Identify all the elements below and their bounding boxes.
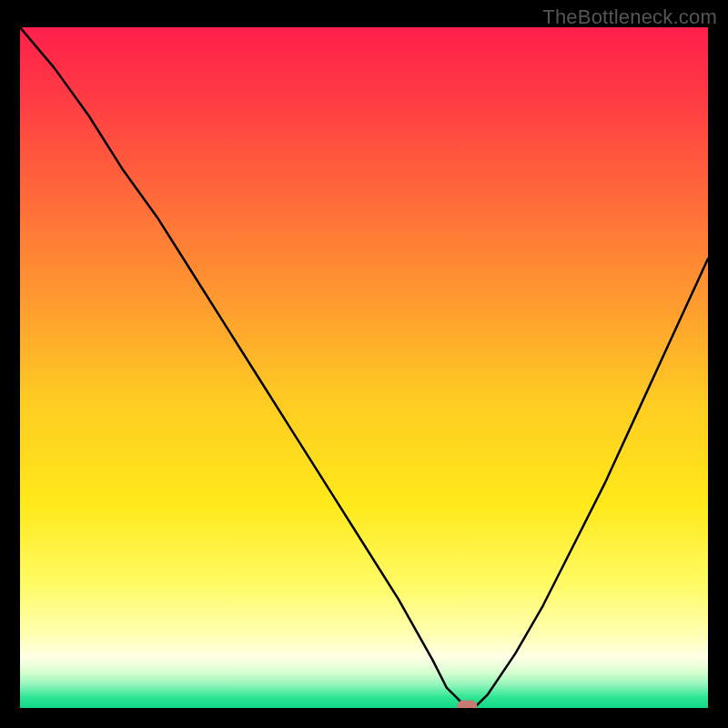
chart-svg [20,27,708,708]
optimum-marker [457,701,477,709]
plot-area [20,27,708,708]
gradient-backdrop [20,27,708,708]
chart-frame: TheBottleneck.com [0,0,728,728]
watermark-text: TheBottleneck.com [542,5,717,29]
